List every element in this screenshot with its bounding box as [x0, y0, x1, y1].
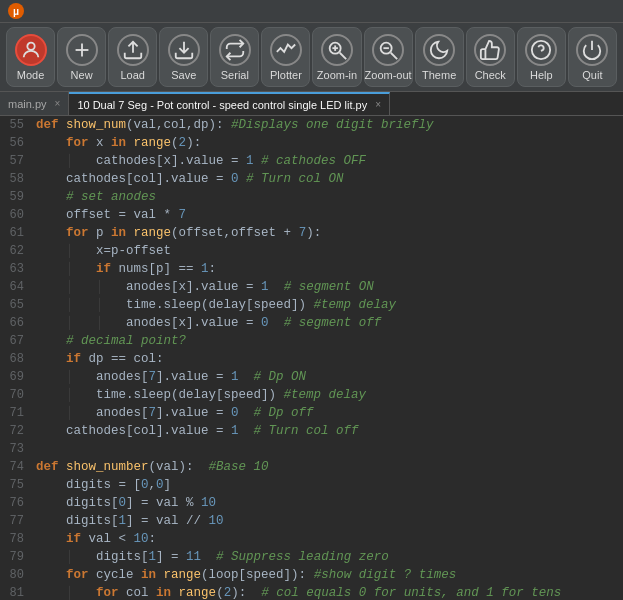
line-content: offset = val * 7	[32, 206, 623, 224]
line-content: │ x=p-offset	[32, 242, 623, 260]
tabs-bar: main.py×10 Dual 7 Seg - Pot control - sp…	[0, 92, 623, 116]
line-number: 63	[0, 260, 32, 278]
toolbar: ModeNewLoadSaveSerialPlotterZoom-inZoom-…	[0, 23, 623, 92]
title-bar: μ	[0, 0, 623, 23]
line-content: # decimal point?	[32, 332, 623, 350]
mode-label: Mode	[17, 69, 45, 81]
tab-label-main: main.py	[8, 98, 47, 110]
line-content: │ if nums[p] == 1:	[32, 260, 623, 278]
plotter-label: Plotter	[270, 69, 302, 81]
line-number: 65	[0, 296, 32, 314]
line-number: 70	[0, 386, 32, 404]
line-content: if val < 10:	[32, 530, 623, 548]
code-line-59: 59 # set anodes	[0, 188, 623, 206]
line-content: def show_number(val): #Base 10	[32, 458, 623, 476]
code-line-73: 73	[0, 440, 623, 458]
plotter-button[interactable]: Plotter	[261, 27, 310, 87]
line-number: 67	[0, 332, 32, 350]
line-content: │ for col in range(2): # col equals 0 fo…	[32, 584, 623, 600]
check-icon	[474, 34, 506, 66]
tab-main[interactable]: main.py×	[0, 92, 69, 115]
quit-label: Quit	[582, 69, 602, 81]
line-content: def show_num(val,col,dp): #Displays one …	[32, 116, 623, 134]
check-label: Check	[475, 69, 506, 81]
mode-button[interactable]: Mode	[6, 27, 55, 87]
check-button[interactable]: Check	[466, 27, 515, 87]
line-number: 78	[0, 530, 32, 548]
quit-icon	[576, 34, 608, 66]
load-button[interactable]: Load	[108, 27, 157, 87]
line-content: cathodes[col].value = 1 # Turn col off	[32, 422, 623, 440]
help-button[interactable]: Help	[517, 27, 566, 87]
code-line-56: 56 for x in range(2):	[0, 134, 623, 152]
code-line-58: 58 cathodes[col].value = 0 # Turn col ON	[0, 170, 623, 188]
code-line-74: 74def show_number(val): #Base 10	[0, 458, 623, 476]
code-line-79: 79 │ digits[1] = 11 # Suppress leading z…	[0, 548, 623, 566]
code-line-65: 65 │ │ time.sleep(delay[speed]) #temp de…	[0, 296, 623, 314]
line-number: 81	[0, 584, 32, 600]
load-icon	[117, 34, 149, 66]
tab-label-file: 10 Dual 7 Seg - Pot control - speed cont…	[77, 99, 367, 111]
line-number: 56	[0, 134, 32, 152]
serial-button[interactable]: Serial	[210, 27, 259, 87]
line-content: │ anodes[7].value = 0 # Dp off	[32, 404, 623, 422]
line-number: 59	[0, 188, 32, 206]
save-button[interactable]: Save	[159, 27, 208, 87]
line-content: digits[0] = val % 10	[32, 494, 623, 512]
code-line-68: 68 if dp == col:	[0, 350, 623, 368]
mode-icon	[15, 34, 47, 66]
tab-close-main[interactable]: ×	[55, 98, 61, 109]
help-icon	[525, 34, 557, 66]
code-line-61: 61 for p in range(offset,offset + 7):	[0, 224, 623, 242]
code-line-57: 57 │ cathodes[x].value = 1 # cathodes OF…	[0, 152, 623, 170]
code-line-75: 75 digits = [0,0]	[0, 476, 623, 494]
code-line-76: 76 digits[0] = val % 10	[0, 494, 623, 512]
save-label: Save	[171, 69, 196, 81]
quit-button[interactable]: Quit	[568, 27, 617, 87]
code-line-69: 69 │ anodes[7].value = 1 # Dp ON	[0, 368, 623, 386]
theme-button[interactable]: Theme	[415, 27, 464, 87]
svg-line-10	[391, 52, 397, 58]
line-content: if dp == col:	[32, 350, 623, 368]
line-number: 69	[0, 368, 32, 386]
code-line-60: 60 offset = val * 7	[0, 206, 623, 224]
line-content: │ anodes[7].value = 1 # Dp ON	[32, 368, 623, 386]
line-number: 73	[0, 440, 32, 458]
new-button[interactable]: New	[57, 27, 106, 87]
line-content: # set anodes	[32, 188, 623, 206]
line-content: │ digits[1] = 11 # Suppress leading zero	[32, 548, 623, 566]
svg-point-0	[27, 42, 34, 49]
line-number: 58	[0, 170, 32, 188]
line-number: 80	[0, 566, 32, 584]
zoom-out-button[interactable]: Zoom-out	[364, 27, 413, 87]
line-content: for p in range(offset,offset + 7):	[32, 224, 623, 242]
theme-icon	[423, 34, 455, 66]
line-content: │ │ anodes[x].value = 0 # segment off	[32, 314, 623, 332]
code-line-71: 71 │ anodes[7].value = 0 # Dp off	[0, 404, 623, 422]
line-content: cathodes[col].value = 0 # Turn col ON	[32, 170, 623, 188]
tab-file[interactable]: 10 Dual 7 Seg - Pot control - speed cont…	[69, 92, 390, 115]
line-number: 60	[0, 206, 32, 224]
line-number: 62	[0, 242, 32, 260]
line-number: 75	[0, 476, 32, 494]
serial-icon	[219, 34, 251, 66]
code-line-63: 63 │ if nums[p] == 1:	[0, 260, 623, 278]
save-icon	[168, 34, 200, 66]
zoom-in-button[interactable]: Zoom-in	[312, 27, 361, 87]
load-label: Load	[120, 69, 144, 81]
new-label: New	[71, 69, 93, 81]
line-number: 77	[0, 512, 32, 530]
code-line-70: 70 │ time.sleep(delay[speed]) #temp dela…	[0, 386, 623, 404]
line-number: 57	[0, 152, 32, 170]
tab-close-file[interactable]: ×	[375, 99, 381, 110]
serial-label: Serial	[221, 69, 249, 81]
zoom-in-icon	[321, 34, 353, 66]
line-number: 61	[0, 224, 32, 242]
code-line-80: 80 for cycle in range(loop[speed]): #sho…	[0, 566, 623, 584]
code-line-72: 72 cathodes[col].value = 1 # Turn col of…	[0, 422, 623, 440]
line-number: 76	[0, 494, 32, 512]
code-line-81: 81 │ for col in range(2): # col equals 0…	[0, 584, 623, 600]
code-area[interactable]: 55def show_num(val,col,dp): #Displays on…	[0, 116, 623, 600]
line-number: 72	[0, 422, 32, 440]
code-line-67: 67 # decimal point?	[0, 332, 623, 350]
